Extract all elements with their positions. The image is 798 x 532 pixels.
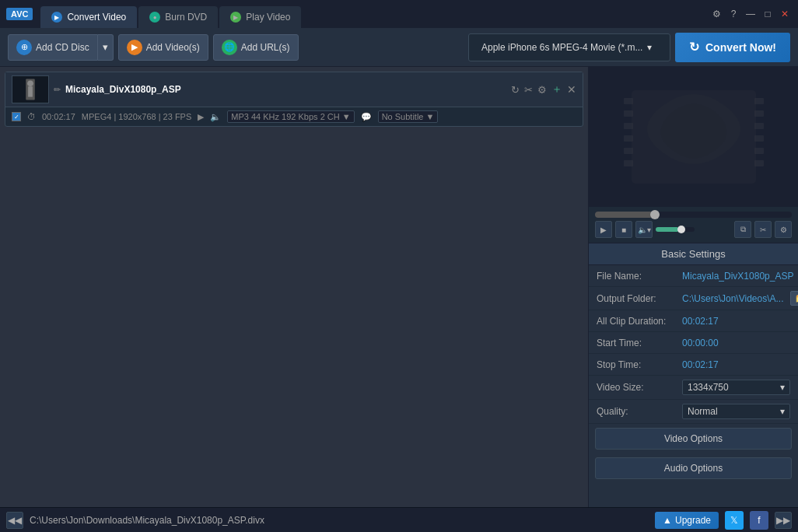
nav-forward-button[interactable]: ▶▶ (775, 512, 792, 529)
file-thumbnail (12, 75, 49, 103)
settings-title: Basic Settings (589, 243, 798, 265)
volume-thumb (677, 226, 685, 233)
upgrade-arrow-icon: ▲ (663, 515, 672, 526)
format-selector[interactable]: Apple iPhone 6s MPEG-4 Movie (*.m... ▾ (468, 33, 670, 61)
add-videos-button[interactable]: ▶ Add Video(s) (118, 34, 208, 61)
preview-area (589, 67, 798, 207)
preview-progress-bar[interactable] (595, 212, 792, 218)
svg-rect-15 (754, 148, 764, 154)
file-duration: 00:02:17 (42, 112, 75, 121)
tab-play-video[interactable]: ▶ Play Video (219, 6, 301, 28)
convert-now-button[interactable]: ↻ Convert Now! (675, 33, 790, 62)
refresh-icon[interactable]: ↻ (511, 84, 520, 96)
arrow-right-icon: ▶ (198, 112, 204, 122)
titlebar: AVC ▶ Convert Video ● Burn DVD ▶ Play Vi… (0, 0, 798, 28)
add-cd-dropdown-arrow[interactable]: ▾ (98, 34, 114, 61)
minimize-icon[interactable]: — (744, 7, 758, 21)
subtitle-dropdown[interactable]: No Subtitle ▼ (378, 110, 439, 123)
convert-refresh-icon: ↻ (689, 40, 699, 54)
svg-rect-5 (624, 98, 633, 104)
svg-rect-11 (754, 98, 764, 104)
output-folder-label: Output Folder: (597, 293, 682, 304)
output-folder-value: C:\Users\Jon\Videos\A... (682, 293, 784, 304)
settings2-icon[interactable]: ⚙ (537, 84, 547, 96)
output-folder-row: C:\Users\Jon\Videos\A... 📁 (682, 291, 798, 306)
nav-back-button[interactable]: ◀◀ (6, 512, 23, 529)
add-cd-disc-group: ⊕ Add CD Disc ▾ (8, 34, 114, 61)
file-list-area: ✏ Micayala_DivX1080p_ASP ↻ ✂ ⚙ ＋ ✕ ⏱ 00:… (0, 67, 588, 507)
video-options-button[interactable]: Video Options (595, 428, 792, 450)
facebook-button[interactable]: f (750, 511, 768, 530)
audio-icon: 🔈 (210, 112, 221, 122)
settings-row-quality: Quality: Normal ▾ (589, 400, 798, 424)
video-size-label: Video Size: (597, 382, 682, 393)
effects-button[interactable]: ⚙ (775, 221, 792, 238)
quality-arrow: ▾ (780, 406, 785, 417)
duration-label: All Clip Duration: (597, 316, 682, 327)
browse-folder-button[interactable]: 📁 (790, 291, 799, 306)
settings-icon[interactable]: ⚙ (709, 7, 723, 21)
maximize-icon[interactable]: □ (761, 7, 775, 21)
add-file-icon[interactable]: ＋ (551, 82, 562, 96)
close-icon[interactable]: ✕ (778, 7, 792, 21)
scissors-icon[interactable]: ✂ (524, 84, 533, 96)
statusbar: ◀◀ C:\Users\Jon\Downloads\Micayala_DivX1… (0, 507, 798, 532)
audio-options-button[interactable]: Audio Options (595, 457, 792, 479)
upgrade-button[interactable]: ▲ Upgrade (655, 512, 719, 529)
remove-file-icon[interactable]: ✕ (567, 83, 576, 96)
video-size-dropdown[interactable]: 1334x750 ▾ (682, 380, 790, 395)
file-name-label: Micayala_DivX1080p_ASP (65, 84, 181, 95)
help-icon[interactable]: ? (726, 7, 740, 21)
preview-controls: ▶ ■ 🔈▾ ⧉ ✂ ⚙ (589, 207, 798, 243)
tab-convert-video[interactable]: ▶ Convert Video (40, 6, 137, 28)
settings-row-duration: All Clip Duration: 00:02:17 (589, 310, 798, 332)
video-size-arrow: ▾ (780, 382, 785, 393)
svg-point-2 (27, 81, 33, 87)
stop-button[interactable]: ■ (615, 221, 632, 238)
stop-time-value: 00:02:17 (682, 359, 790, 370)
subtitle-icon: 💬 (361, 112, 372, 122)
play-pause-button[interactable]: ▶ (595, 221, 612, 238)
edit-pencil-icon[interactable]: ✏ (54, 85, 61, 95)
audio-dropdown-btn[interactable]: 🔈▾ (635, 221, 653, 238)
add-cd-button[interactable]: ⊕ Add CD Disc (8, 34, 98, 61)
settings-row-stop-time: Stop Time: 00:02:17 (589, 354, 798, 376)
file-format: MPEG4 | 1920x768 | 23 FPS (82, 112, 191, 121)
settings-panel: Basic Settings File Name: Micayala_DivX1… (589, 243, 798, 507)
progress-fill (595, 212, 654, 218)
stop-time-label: Stop Time: (597, 359, 682, 370)
settings-row-output-folder: Output Folder: C:\Users\Jon\Videos\A... … (589, 287, 798, 310)
clock-icon: ⏱ (27, 112, 36, 121)
settings-row-filename: File Name: Micayala_DivX1080p_ASP (589, 265, 798, 287)
file-name-row: ✏ Micayala_DivX1080p_ASP (54, 84, 506, 95)
svg-rect-14 (754, 135, 764, 142)
file-header-actions: ↻ ✂ ⚙ ＋ ✕ (511, 82, 576, 96)
copy-button[interactable]: ⧉ (734, 221, 751, 238)
add-url-button[interactable]: 🌐 Add URL(s) (213, 34, 299, 61)
file-checkbox[interactable] (12, 112, 21, 121)
status-path: C:\Users\Jon\Downloads\Micayala_DivX1080… (30, 515, 649, 526)
play-video-icon: ▶ (230, 12, 241, 23)
progress-thumb (650, 210, 660, 219)
volume-fill (656, 227, 679, 232)
format-dropdown-arrow: ▾ (647, 42, 652, 53)
app-logo: AVC (6, 8, 33, 20)
settings-row-video-size: Video Size: 1334x750 ▾ (589, 376, 798, 400)
svg-rect-12 (754, 110, 764, 117)
cd-icon: ⊕ (16, 40, 32, 55)
start-time-value: 00:00:00 (682, 338, 790, 348)
file-item-details: ⏱ 00:02:17 MPEG4 | 1920x768 | 23 FPS ▶ 🔈… (5, 107, 583, 126)
quality-label: Quality: (597, 406, 682, 417)
twitter-button[interactable]: 𝕏 (725, 511, 744, 530)
cut-button[interactable]: ✂ (754, 221, 772, 238)
tab-burn-dvd[interactable]: ● Burn DVD (138, 6, 218, 28)
volume-bar[interactable] (656, 227, 695, 232)
duration-value: 00:02:17 (682, 316, 790, 327)
quality-dropdown[interactable]: Normal ▾ (682, 404, 790, 419)
svg-rect-7 (624, 123, 633, 129)
file-item: ✏ Micayala_DivX1080p_ASP ↻ ✂ ⚙ ＋ ✕ ⏱ 00:… (5, 72, 583, 127)
convert-video-icon: ▶ (51, 12, 62, 23)
settings-row-start-time: Start Time: 00:00:00 (589, 332, 798, 354)
start-time-label: Start Time: (597, 338, 682, 348)
audio-track-dropdown[interactable]: MP3 44 KHz 192 Kbps 2 CH ▼ (227, 110, 354, 123)
